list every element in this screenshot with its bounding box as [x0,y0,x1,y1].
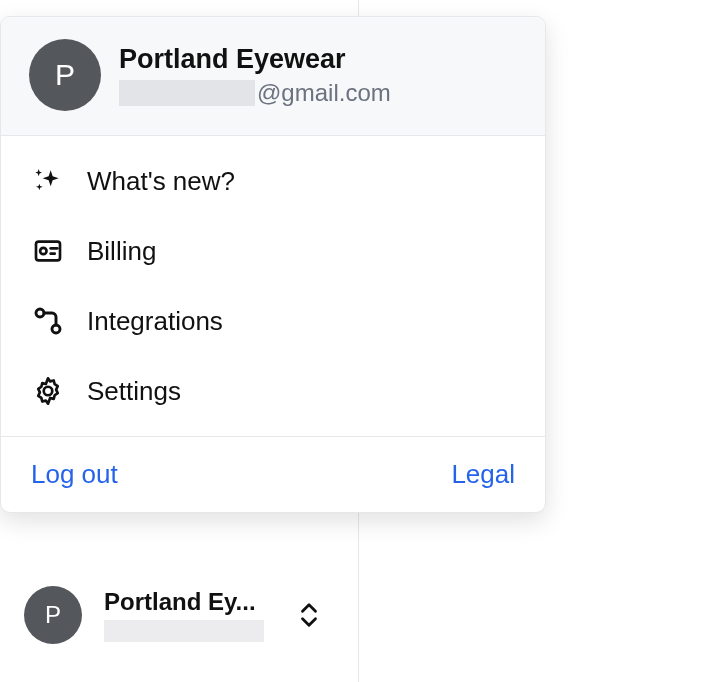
redacted-text [104,620,264,642]
billing-icon [31,234,65,268]
menu-item-settings[interactable]: Settings [1,356,545,426]
profile-name: Portland Eyewear [119,44,391,75]
account-menu-popup: P Portland Eyewear @gmail.com What's new… [0,16,546,513]
menu-label: What's new? [87,166,235,197]
logout-link[interactable]: Log out [31,459,118,490]
menu-label: Billing [87,236,156,267]
svg-point-1 [40,248,46,254]
popup-footer: Log out Legal [1,436,545,512]
account-switcher-text: Portland Ey... [104,588,264,642]
profile-email: @gmail.com [119,79,391,107]
chevron-up-down-icon [296,601,322,629]
menu-label: Settings [87,376,181,407]
email-suffix: @gmail.com [257,79,391,107]
account-switcher-name: Portland Ey... [104,588,264,616]
menu-item-integrations[interactable]: Integrations [1,286,545,356]
gear-icon [31,374,65,408]
menu-label: Integrations [87,306,223,337]
avatar: P [29,39,101,111]
account-switcher[interactable]: P Portland Ey... [24,586,322,644]
sparkle-icon [31,164,65,198]
integrations-icon [31,304,65,338]
menu-item-whats-new[interactable]: What's new? [1,146,545,216]
legal-link[interactable]: Legal [451,459,515,490]
svg-point-4 [44,387,53,396]
profile-header: P Portland Eyewear @gmail.com [1,17,545,136]
redacted-email-local [119,80,255,106]
profile-text: Portland Eyewear @gmail.com [119,44,391,107]
avatar: P [24,586,82,644]
menu-list: What's new? Billing Integ [1,136,545,436]
menu-item-billing[interactable]: Billing [1,216,545,286]
